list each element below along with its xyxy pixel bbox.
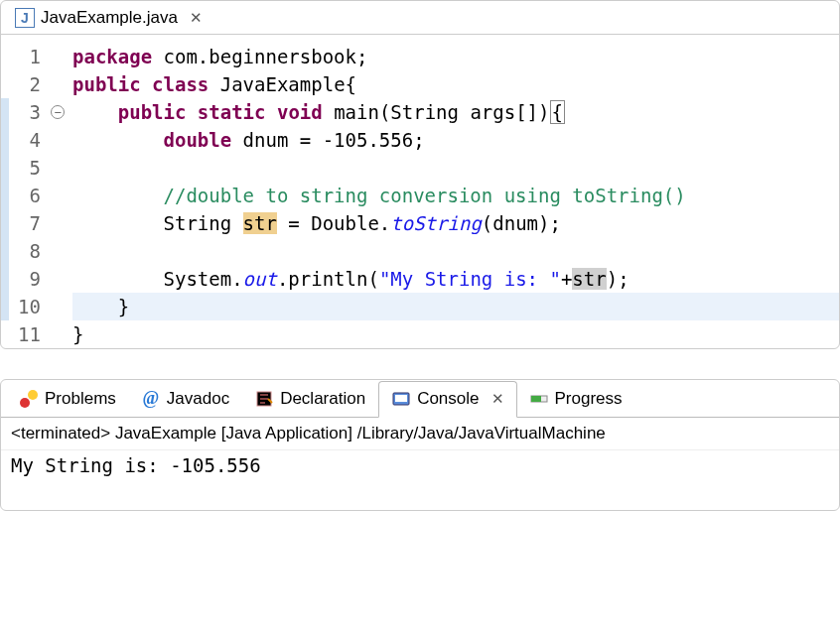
close-icon[interactable]: ✕	[190, 9, 203, 27]
line-number: 5	[9, 154, 43, 182]
line-number: 3	[9, 98, 43, 126]
declaration-icon	[254, 389, 274, 409]
code-line[interactable]: public static void main(String args[]){	[72, 98, 839, 126]
svg-point-0	[20, 398, 30, 408]
tab-problems[interactable]: Problems	[7, 380, 129, 417]
tab-label: Problems	[45, 389, 116, 409]
tab-console[interactable]: Console ✕	[378, 381, 516, 418]
tab-label: Javadoc	[167, 389, 229, 409]
progress-icon	[529, 389, 549, 409]
line-number-gutter: 1 2 3 4 5 6 7 8 9 10 11	[9, 43, 49, 348]
editor-panel: J JavaExample.java ✕ 1 2 3 4 5 6 7	[0, 0, 840, 349]
gutter-marker-strip	[1, 43, 9, 348]
code-line[interactable]: package com.beginnersbook;	[72, 43, 839, 70]
code-line[interactable]: }	[72, 293, 839, 320]
svg-rect-6	[531, 396, 541, 402]
code-area[interactable]: 1 2 3 4 5 6 7 8 9 10 11 − package co	[1, 35, 839, 348]
code-line[interactable]	[72, 237, 839, 265]
bottom-tab-bar: Problems @ Javadoc Declaration Console ✕…	[1, 380, 839, 418]
svg-rect-4	[395, 395, 407, 402]
code-line[interactable]: String str = Double.toString(dnum);	[72, 209, 839, 237]
code-line[interactable]: }	[72, 320, 839, 348]
bottom-panel: Problems @ Javadoc Declaration Console ✕…	[0, 379, 840, 511]
line-number: 4	[9, 126, 43, 154]
console-icon	[391, 389, 411, 409]
problems-icon	[19, 389, 39, 409]
code-line[interactable]: System.out.println("My String is: "+str)…	[72, 265, 839, 293]
javadoc-icon: @	[141, 389, 161, 409]
code-line[interactable]: //double to string conversion using toSt…	[72, 182, 839, 209]
line-number: 6	[9, 182, 43, 209]
line-number: 10	[9, 293, 43, 320]
editor-tab-javaexample[interactable]: J JavaExample.java ✕	[7, 4, 210, 32]
line-number: 11	[9, 320, 43, 348]
console-header: <terminated> JavaExample [Java Applicati…	[1, 418, 839, 450]
line-number: 7	[9, 209, 43, 237]
fold-collapse-icon[interactable]: −	[51, 105, 65, 119]
fold-gutter: −	[49, 43, 67, 348]
tab-progress[interactable]: Progress	[517, 380, 635, 417]
console-output[interactable]: My String is: -105.556	[1, 450, 839, 510]
line-number: 1	[9, 43, 43, 70]
line-number: 9	[9, 265, 43, 293]
tab-declaration[interactable]: Declaration	[242, 380, 378, 417]
code-line[interactable]: double dnum = -105.556;	[72, 126, 839, 154]
tab-label: Console	[417, 389, 479, 409]
line-number: 2	[9, 70, 43, 98]
tab-label: Declaration	[280, 389, 365, 409]
tab-javadoc[interactable]: @ Javadoc	[129, 380, 242, 417]
editor-tab-bar: J JavaExample.java ✕	[1, 1, 839, 35]
close-icon[interactable]: ✕	[491, 390, 504, 408]
code-content[interactable]: package com.beginnersbook; public class …	[67, 43, 839, 348]
tab-label: Progress	[555, 389, 623, 409]
java-file-icon: J	[15, 8, 35, 28]
line-number: 8	[9, 237, 43, 265]
svg-point-1	[28, 390, 38, 400]
editor-tab-label: JavaExample.java	[41, 8, 178, 28]
code-line[interactable]	[72, 154, 839, 182]
code-line[interactable]: public class JavaExample{	[72, 70, 839, 98]
